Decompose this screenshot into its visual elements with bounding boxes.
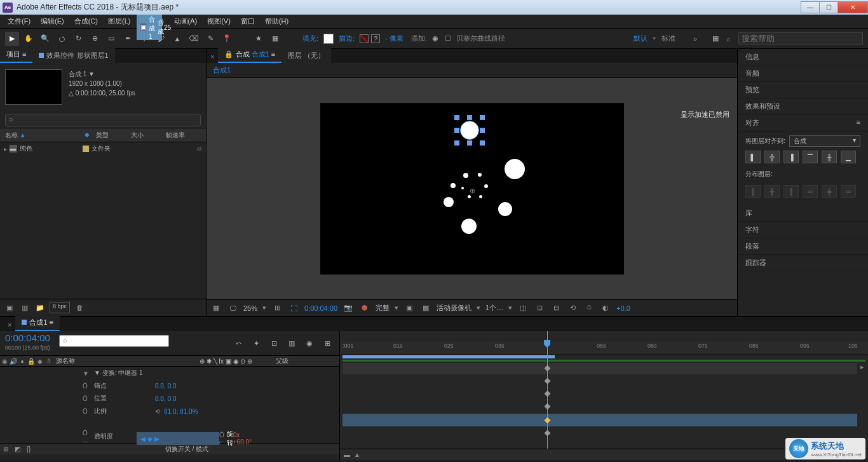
solo-col[interactable]: ● [18, 358, 27, 365]
project-row-folder[interactable]: ▸ ▬ 纯色 文件夹 ♲ [0, 142, 206, 155]
comp-thumbnail[interactable] [5, 69, 62, 105]
zoom-dropdown[interactable]: 25% [243, 304, 257, 312]
panel-character[interactable]: 字符 [738, 222, 868, 238]
fill-swatch[interactable] [323, 34, 334, 44]
lock-col[interactable]: 🔒 [27, 358, 36, 365]
tab-project[interactable]: 项目 ≡ [0, 47, 32, 63]
menu-view[interactable]: 视图(V) [202, 15, 236, 28]
eraser-tool[interactable]: ⌫ [187, 32, 201, 46]
minimize-button[interactable]: — [801, 1, 820, 13]
timeline-search[interactable] [59, 335, 169, 347]
align-right[interactable]: ▐ [783, 151, 799, 163]
viewer-time[interactable]: 0:00:04:00 [304, 304, 337, 312]
tab-effect-controls[interactable]: 效果控件 形状图层1 [32, 48, 114, 63]
stroke-label[interactable]: 描边: [339, 34, 355, 43]
panel-tracker[interactable]: 跟踪器 [738, 255, 868, 271]
interpret-icon[interactable]: ▣ [4, 302, 15, 313]
bpc-button[interactable]: 8 bpc [50, 302, 70, 313]
tl-c4[interactable]: ▥ [285, 336, 299, 350]
orbit-tool[interactable]: ⭯ [55, 32, 69, 46]
tl-f2[interactable]: ◩ [11, 444, 23, 455]
panel-audio[interactable]: 音频 [738, 65, 868, 82]
kf-nav[interactable]: ◀ ◆ ▶ [140, 435, 159, 442]
exposure[interactable]: +0.0 [616, 304, 630, 312]
keyframe-icon[interactable] [545, 430, 551, 437]
grid-icon[interactable]: ▦ [210, 302, 222, 314]
keyframe-icon[interactable] [545, 404, 551, 410]
menu-layer[interactable]: 图层(L) [103, 15, 135, 28]
cam-dropdown[interactable]: 活动摄像机 [437, 303, 471, 313]
pen-tool[interactable]: ✒ [121, 32, 135, 46]
tag-col[interactable]: ◆ [36, 358, 44, 365]
v2-icon[interactable]: ⊡ [534, 302, 545, 314]
workarea-bar[interactable] [342, 355, 555, 358]
puppet-tool[interactable]: 📍 [220, 32, 234, 46]
monitor-icon[interactable]: 🖵 [227, 302, 238, 314]
add-button[interactable]: ◉ [432, 34, 438, 43]
selection-tool[interactable]: ▶ [5, 32, 19, 46]
stroke-swatch[interactable] [360, 34, 369, 43]
snapshot-icon[interactable]: 📷 [342, 302, 354, 314]
v5-icon[interactable]: ♲ [583, 302, 595, 314]
anchor-tool[interactable]: ⊕ [88, 32, 102, 46]
panel-preview[interactable]: 预览 [738, 82, 868, 99]
res-dropdown[interactable]: 完整 [376, 303, 390, 313]
project-search[interactable] [5, 114, 201, 126]
v4-icon[interactable]: ⟲ [567, 302, 578, 314]
trans-icon[interactable]: ▩ [420, 302, 431, 314]
layer-bar[interactable] [342, 363, 857, 374]
standard-ws[interactable]: 标准 [661, 34, 675, 43]
flow-icon[interactable]: ♲ [196, 146, 202, 153]
comp-viewer[interactable]: 显示加速已禁用 ⊕ [207, 78, 737, 299]
timeline-tab[interactable]: 合成1 ≡ [15, 315, 60, 331]
marker-icon[interactable]: ▸ [860, 363, 864, 371]
menu-edit[interactable]: 编辑(E) [36, 15, 69, 28]
srcname-col[interactable]: 源名称 [53, 357, 200, 365]
audio-col[interactable]: 🔊 [9, 358, 18, 365]
tl-c2[interactable]: ✦ [249, 336, 263, 350]
more-ws[interactable]: » [693, 35, 697, 43]
trash-icon[interactable]: 🗑 [74, 302, 85, 313]
tl-c3[interactable]: ⊡ [267, 336, 281, 350]
tab-comp-view[interactable]: 🔒 合成 合成1 ≡ [218, 47, 281, 63]
hand-tool[interactable]: ✋ [22, 32, 36, 46]
safe-icon[interactable]: ⛶ [288, 302, 299, 314]
stroke-px[interactable]: - 像素 [385, 34, 403, 43]
newcomp-icon[interactable]: ▥ [19, 302, 31, 313]
newfolder-icon[interactable]: 📁 [34, 302, 46, 313]
toggle-switches[interactable]: 切换开关 / 模式 [34, 445, 339, 454]
views-dropdown[interactable]: 1个… [485, 303, 503, 313]
align-hcenter[interactable]: ╬ [764, 151, 780, 163]
align-left[interactable]: ▌ [745, 151, 761, 163]
exp-icon[interactable]: ◐ [600, 302, 611, 314]
default-ws[interactable]: 默认 [634, 34, 648, 43]
menu-file[interactable]: 文件(F) [3, 15, 36, 28]
align-to-dropdown[interactable]: 合成▾ [789, 135, 860, 147]
tl-c6[interactable]: ⊞ [320, 336, 334, 350]
stroke-help[interactable]: ? [371, 34, 380, 43]
align-bottom[interactable]: ▁ [841, 151, 856, 163]
maximize-button[interactable]: ☐ [819, 1, 838, 13]
tab-layer-view[interactable]: 图层 （无） [281, 48, 331, 63]
tl-c1[interactable]: ⤺ [231, 336, 245, 350]
panel-effects[interactable]: 效果和预设 [738, 99, 868, 115]
align-top[interactable]: ▔ [803, 151, 818, 163]
layer-bar-sel[interactable] [342, 414, 857, 426]
keyframe-icon[interactable] [545, 391, 551, 397]
channel-icon[interactable]: ⬢ [359, 302, 370, 314]
fill-label[interactable]: 填充: [302, 34, 318, 43]
tl-c5[interactable]: ◉ [302, 336, 316, 350]
v3-icon[interactable]: ⊟ [550, 302, 562, 314]
roi-icon[interactable]: ▣ [403, 302, 415, 314]
v1-icon[interactable]: ◫ [517, 302, 529, 314]
search-help[interactable] [738, 32, 863, 44]
rotate-tool[interactable]: ↻ [71, 32, 85, 46]
menu-anim[interactable]: 动画(A) [169, 15, 203, 28]
menu-comp[interactable]: 合成(C) [69, 15, 103, 28]
parent-col[interactable]: 父级 [276, 357, 339, 365]
workspace-icon[interactable]: ▦ [712, 34, 719, 43]
roto-tool[interactable]: ✎ [203, 32, 217, 46]
panel-info[interactable]: 信息 [738, 49, 868, 65]
close-button[interactable]: ✕ [837, 1, 868, 13]
selected-shape[interactable] [457, 118, 482, 143]
